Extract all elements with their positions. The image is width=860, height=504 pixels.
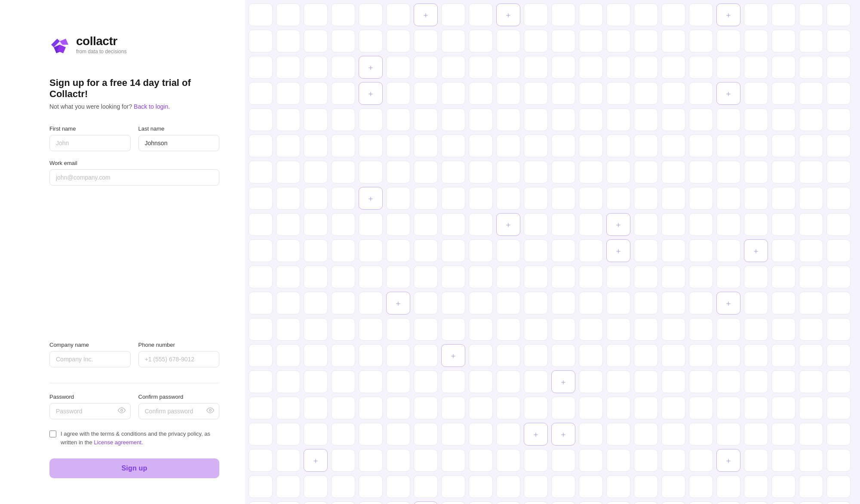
grid-cell <box>634 30 658 52</box>
grid-cell <box>826 239 851 262</box>
grid-cell <box>826 292 851 315</box>
grid-cell <box>524 239 548 262</box>
grid-cell <box>441 318 465 341</box>
grid-cell <box>661 318 685 341</box>
background-grid: ＋＋＋＋＋＋＋＋＋＋＋＋＋＋＋＋＋＋＋＋ <box>245 0 856 504</box>
grid-cell <box>771 82 796 105</box>
grid-cell: ＋ <box>524 423 548 446</box>
grid-cell <box>249 108 273 131</box>
grid-cell <box>331 134 355 157</box>
plus-icon: ＋ <box>614 247 622 255</box>
grid-cell <box>304 161 328 183</box>
grid-cell <box>276 318 300 341</box>
grid-cell <box>744 344 768 367</box>
terms-checkbox[interactable] <box>49 431 56 437</box>
company-name-input[interactable] <box>49 351 131 367</box>
grid-cell <box>414 292 438 315</box>
grid-cell <box>826 134 851 157</box>
last-name-input[interactable] <box>138 135 220 151</box>
back-to-login-link[interactable]: Back to login. <box>134 103 170 110</box>
grid-cell <box>551 108 575 131</box>
work-email-input[interactable] <box>49 169 219 186</box>
grid-cell <box>716 56 740 79</box>
confirm-password-eye-icon[interactable] <box>206 406 214 416</box>
grid-cell <box>386 3 410 26</box>
plus-icon: ＋ <box>725 457 732 464</box>
grid-cell <box>524 397 548 419</box>
confirm-password-group: Confirm password <box>138 394 220 419</box>
grid-cell <box>496 134 520 157</box>
grid-cell <box>661 475 685 498</box>
grid-cell <box>386 370 410 393</box>
grid-cell <box>524 187 548 210</box>
grid-cell <box>661 292 685 315</box>
grid-cell <box>551 213 575 236</box>
svg-point-5 <box>120 409 123 412</box>
grid-cell <box>744 213 768 236</box>
grid-cell <box>606 82 630 105</box>
grid-cell <box>359 108 383 131</box>
grid-cell <box>634 213 658 236</box>
grid-cell <box>661 3 685 26</box>
grid-cell <box>771 449 796 472</box>
grid-cell <box>496 501 520 504</box>
grid-cell <box>414 161 438 183</box>
first-name-input[interactable] <box>49 135 131 151</box>
grid-cell <box>551 266 575 288</box>
grid-cell <box>744 318 768 341</box>
grid-cell <box>524 213 548 236</box>
grid-cell <box>799 423 823 446</box>
grid-cell <box>386 30 410 52</box>
grid-cell <box>799 213 823 236</box>
grid-cell <box>771 475 796 498</box>
grid-cell <box>799 266 823 288</box>
grid-cell <box>634 501 658 504</box>
grid-cell <box>634 3 658 26</box>
confirm-password-label: Confirm password <box>138 394 220 400</box>
grid-cell: ＋ <box>496 3 520 26</box>
grid-cell <box>634 134 658 157</box>
signup-button[interactable]: Sign up <box>49 458 219 478</box>
grid-cell <box>386 161 410 183</box>
grid-cell: ＋ <box>359 82 383 105</box>
work-email-label: Work email <box>49 160 219 166</box>
grid-cell <box>441 475 465 498</box>
grid-cell <box>276 161 300 183</box>
grid-cell <box>331 397 355 419</box>
name-row: First name Last name <box>49 125 219 151</box>
grid-cell <box>441 239 465 262</box>
grid-cell <box>634 344 658 367</box>
grid-cell <box>716 213 740 236</box>
grid-cell <box>331 56 355 79</box>
grid-cell <box>359 475 383 498</box>
grid-cell <box>359 3 383 26</box>
grid-cell <box>771 161 796 183</box>
grid-cell <box>799 449 823 472</box>
logo-tagline: from data to decisions <box>76 49 126 55</box>
password-eye-icon[interactable] <box>118 406 126 416</box>
grid-cell <box>579 501 603 504</box>
plus-icon: ＋ <box>367 90 375 98</box>
logo-text-area: collactr from data to decisions <box>76 35 126 55</box>
grid-cell <box>469 370 493 393</box>
grid-cell <box>359 134 383 157</box>
grid-cell <box>386 344 410 367</box>
grid-cell <box>386 318 410 341</box>
grid-cell: ＋ <box>716 292 740 315</box>
grid-cell <box>606 56 630 79</box>
grid-cell <box>826 266 851 288</box>
grid-cell <box>799 161 823 183</box>
license-agreement-link[interactable]: License agreement. <box>94 439 143 446</box>
grid-cell <box>496 370 520 393</box>
grid-cell <box>689 134 713 157</box>
terms-label[interactable]: I agree with the terms & conditions and … <box>61 430 219 446</box>
grid-cell <box>689 161 713 183</box>
grid-cell <box>469 82 493 105</box>
grid-cell <box>606 318 630 341</box>
grid-cell <box>359 318 383 341</box>
grid-cell <box>276 108 300 131</box>
grid-cell <box>496 318 520 341</box>
grid-cell <box>744 501 768 504</box>
phone-number-input[interactable] <box>138 351 220 367</box>
grid-cell <box>524 344 548 367</box>
